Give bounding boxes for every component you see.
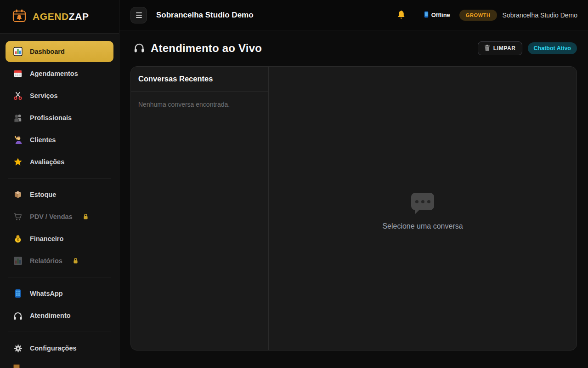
sidebar-item-profissionais[interactable]: Profissionais [6,107,113,128]
calendar-icon [13,69,23,78]
page-title: Atendimento ao Vivo [151,42,262,55]
sidebar-item-dashboard[interactable]: Dashboard [6,41,113,62]
sidebar-item-whatsapp[interactable]: WhatsApp [6,283,113,304]
phone-icon [13,289,23,298]
lock-icon [83,213,89,220]
sidebar-item-estoque[interactable]: Estoque [6,184,113,205]
brand-logo: AGENDZAP [0,0,119,34]
calendar-bell-logo-icon [12,8,27,25]
phone-status-icon [424,11,429,19]
svg-text:$: $ [17,237,19,242]
headphones-icon [133,42,145,55]
headphones-icon [13,311,23,320]
chat-bubble-icon [411,193,434,210]
clear-button-label: LIMPAR [493,45,516,52]
sidebar-item-label: PDV / Vendas [30,213,73,220]
topbar: Sobrancelha Studio Demo Offline GRO [119,0,588,30]
sidebar-item-relatorios[interactable]: Relatórios [6,250,113,271]
cart-icon [13,212,23,221]
brand-name: AGENDZAP [33,11,89,22]
sidebar-item-avaliacoes[interactable]: Avaliações [6,151,113,172]
sidebar-item-label: WhatsApp [30,290,63,297]
sidebar-item-label: Clientes [30,136,56,144]
menu-toggle-button[interactable] [130,7,147,23]
main-area: Sobrancelha Studio Demo Offline GRO [119,0,588,368]
sidebar-item-label: Financeiro [30,235,63,242]
sidebar: AGENDZAP Dashboard [0,0,119,368]
sidebar-item-label: Agendamentos [30,70,78,77]
live-chat-card: Conversas Recentes Nenhuma conversa enco… [130,66,577,351]
clear-button[interactable]: LIMPAR [478,41,522,55]
chatbot-status-badge[interactable]: Chatbot Ativo [528,42,577,54]
conversations-header: Conversas Recentes [131,67,268,92]
sidebar-item-agendamentos[interactable]: Agendamentos [6,63,113,84]
lock-icon [73,258,79,264]
gear-icon [13,344,23,353]
sidebar-item-label: Relatórios [30,257,62,264]
sidebar-item-label: Atendimento [30,312,71,319]
trash-icon [484,45,490,52]
person-raising-hand-icon [13,135,23,144]
sidebar-item-label: Serviços [30,92,57,99]
account-name: Sobrancelha Studio Demo [503,12,577,19]
sidebar-item-clientes[interactable]: Clientes [6,129,113,150]
page-header: Atendimento ao Vivo LIMPAR Chatbot Ativo [119,30,588,66]
sidebar-divider [8,178,111,178]
money-bag-icon: $ [13,234,23,243]
sidebar-item-label: Dashboard [30,48,65,55]
sidebar-item-pdv-vendas[interactable]: PDV / Vendas [6,206,113,227]
sidebar-item-configuracoes[interactable]: Configurações [6,338,113,359]
sidebar-divider [8,277,111,277]
chat-area: Selecione uma conversa [269,67,577,350]
notification-bell-icon[interactable] [397,10,406,20]
connection-status: Offline [424,11,450,19]
sidebar-item-label: Profissionais [30,114,72,121]
sidebar-item-financeiro[interactable]: $ Financeiro [6,228,113,249]
sidebar-item-label: Avaliações [30,158,64,166]
conversations-panel: Conversas Recentes Nenhuma conversa enco… [131,67,269,350]
people-icon [13,113,23,122]
sidebar-nav: Dashboard Agendamentos [0,34,119,359]
bar-chart-icon [13,47,23,56]
sidebar-item-label: Estoque [30,191,56,198]
plan-badge: GROWTH [459,10,497,21]
sidebar-divider [8,332,111,332]
chart-icon [13,256,23,265]
package-icon [13,190,23,199]
topbar-right: Offline GROWTH Sobrancelha Studio Demo [397,10,577,21]
star-icon [13,157,23,167]
chat-empty-message: Selecione uma conversa [382,222,463,230]
scissors-icon [13,91,23,100]
topbar-title: Sobrancelha Studio Demo [156,11,254,20]
sidebar-item-logout[interactable] [13,364,20,368]
sidebar-item-servicos[interactable]: Serviços [6,85,113,106]
connection-status-label: Offline [431,12,450,18]
conversations-empty-message: Nenhuma conversa encontrada. [131,92,268,117]
sidebar-item-label: Configurações [30,345,77,352]
sidebar-item-atendimento[interactable]: Atendimento [6,305,113,326]
